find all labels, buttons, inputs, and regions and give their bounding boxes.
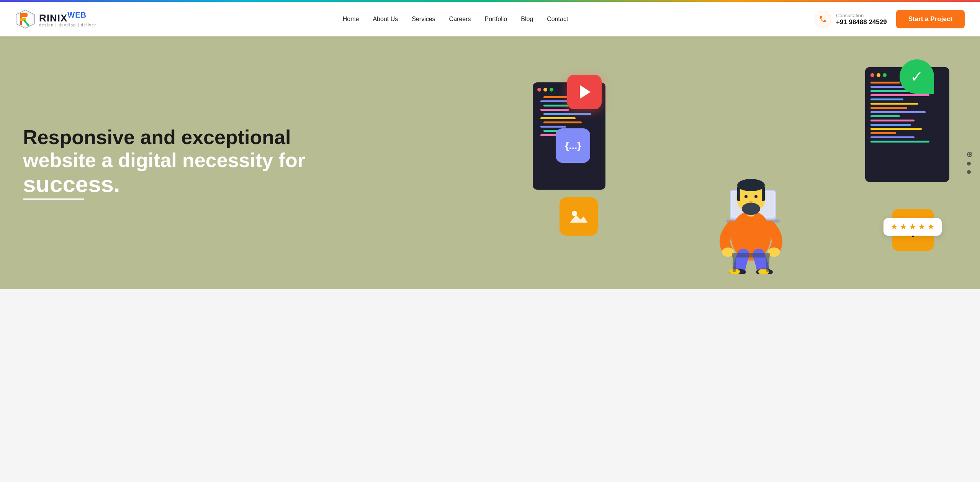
checkmark-icon: ✓ [910,68,923,85]
code-line [870,111,926,113]
dot-yellow-2 [543,88,547,92]
hero-title-line2: website a digital necessity for [23,149,537,172]
code-line [543,113,591,115]
logo-tagline: design | develop | deliver [39,23,96,27]
image-box [560,197,598,236]
svg-point-16 [737,179,765,191]
dot-yellow [877,73,880,77]
nav-item-home[interactable]: Home [343,16,359,23]
svg-rect-3 [20,13,28,17]
consultation-block: Consultation +91 98488 24529 [815,11,887,28]
svg-rect-17 [737,186,740,201]
hero-underline [23,198,85,200]
stars-panel: ★ ★ ★ ★ ★ [883,218,942,236]
logo-name: RINIXWEB [39,11,96,23]
hero-illustration: {...} ⚙ ✓ ★ ★ ★ ★ ★ [537,52,957,274]
code-line [870,107,907,109]
code-line [870,128,922,130]
code-line [870,94,929,96]
hero-title-line3: success. [23,172,537,197]
code-line [540,126,566,128]
play-button[interactable] [567,75,602,109]
scroll-dot-2[interactable] [967,162,971,166]
navbar: RINIXWEB design | develop | deliver Home… [0,2,980,36]
star-4: ★ [918,222,926,232]
svg-rect-18 [762,186,765,201]
bracket-icon: {...} [565,140,581,152]
star-2: ★ [900,222,907,232]
nav-right: Consultation +91 98488 24529 Start a Pro… [815,10,965,28]
phone-icon [819,15,827,23]
star-5: ★ [927,222,935,232]
code-line [870,124,911,126]
svg-rect-30 [733,257,736,272]
code-line [870,103,918,105]
dot-red-2 [537,88,541,92]
hero-content: Responsive and exceptional website a dig… [23,126,537,200]
logo-text: RINIXWEB design | develop | deliver [39,11,96,27]
nav-item-careers[interactable]: Careers [449,16,471,23]
star-3: ★ [909,222,916,232]
nav-item-blog[interactable]: Blog [521,16,533,23]
scroll-dot-1[interactable] [967,152,972,157]
nav-item-portfolio[interactable]: Portfolio [485,16,507,23]
code-line [540,117,575,119]
svg-point-22 [749,201,753,203]
consult-number: +91 98488 24529 [836,18,887,26]
nav-item-about[interactable]: About Us [373,16,398,23]
svg-rect-29 [732,253,770,257]
code-line [870,120,915,121]
consultation-text: Consultation +91 98488 24529 [836,13,887,26]
play-triangle-icon [580,85,591,99]
hero-title-line1: Responsive and exceptional [23,126,537,149]
svg-point-19 [742,203,760,215]
code-line [870,132,896,134]
logo[interactable]: RINIXWEB design | develop | deliver [15,9,96,29]
code-line [540,109,569,111]
consult-label: Consultation [836,13,887,18]
code-line [543,121,582,123]
code-line [870,141,929,143]
nav-item-services[interactable]: Services [412,16,435,23]
code-line [870,115,900,117]
dot-red [870,73,874,77]
logo-icon [15,9,35,29]
svg-point-21 [754,195,757,198]
svg-point-20 [744,195,748,198]
bracket-box: {...} [556,128,590,163]
developer-figure [709,113,793,274]
start-project-button[interactable]: Start a Project [896,10,965,28]
code-line [870,82,900,84]
nav-links: Home About Us Services Careers Portfolio… [343,16,568,23]
scroll-dot-3[interactable] [967,170,971,174]
code-line [870,90,911,92]
code-line [870,98,903,100]
hero-section: Responsive and exceptional website a dig… [0,36,980,289]
dot-green-2 [550,88,553,92]
check-bubble: ✓ [900,59,934,94]
mountain-icon [568,208,589,225]
svg-rect-31 [766,257,769,272]
star-1: ★ [890,222,898,232]
code-line [870,136,915,138]
nav-item-contact[interactable]: Contact [547,16,568,23]
scroll-indicators [967,152,972,174]
dot-green [883,73,887,77]
phone-icon-circle [815,11,831,28]
